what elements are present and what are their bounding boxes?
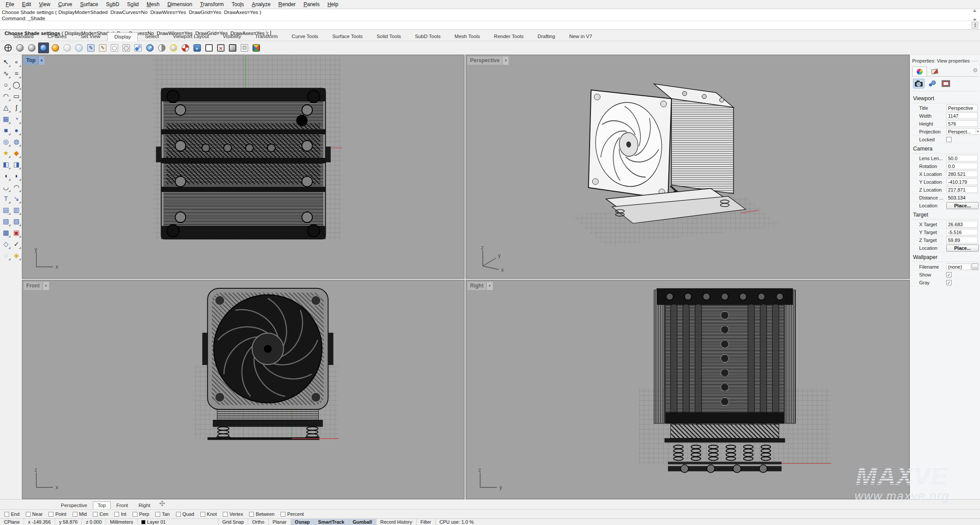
osnap-int[interactable]: Int (114, 511, 126, 517)
gem-tool-button[interactable]: ◈ (11, 250, 21, 261)
viewport-label-perspective[interactable]: Perspective ▾ (467, 56, 509, 65)
pen-alt-display-button[interactable] (121, 42, 132, 53)
trim-tool-button[interactable]: ◧ (1, 159, 11, 170)
ellipse-tool-button[interactable]: ◯ (11, 79, 21, 90)
menu-file[interactable]: File (2, 1, 18, 7)
viewport-tab-top[interactable]: Top (93, 501, 111, 509)
status-planar[interactable]: Planar (268, 519, 291, 525)
viewport-properties-button[interactable] (204, 42, 214, 53)
shaded-display-button[interactable] (14, 42, 25, 53)
scroll-up-icon[interactable] (973, 10, 976, 12)
block-tool-button[interactable]: ▤ (1, 204, 11, 215)
viewport-label-right[interactable]: Right ▾ (467, 282, 493, 290)
boolean-union-tool-button[interactable]: ◖ (1, 170, 11, 181)
menu-surface[interactable]: Surface (76, 1, 102, 7)
osnap-percent[interactable]: Percent (281, 511, 304, 517)
osnap-end[interactable]: End (4, 511, 20, 517)
status-record-history[interactable]: Record History (376, 519, 416, 525)
command-prompt-options[interactable]: ( DisplayMode=Shaded DrawCurves=No DrawW… (60, 31, 269, 36)
point-tool-button[interactable]: ∘ (11, 56, 21, 67)
osnap-knot-checkbox[interactable] (200, 512, 205, 517)
osnap-quad[interactable]: Quad (176, 511, 194, 517)
align-tool-button[interactable]: ▥ (11, 204, 21, 215)
osnap-between[interactable]: Between (249, 511, 274, 517)
camera-x-location-field[interactable]: 280.521 (946, 171, 978, 177)
tab-drafting[interactable]: Drafting (530, 32, 562, 41)
viewport-rect-button[interactable] (940, 79, 952, 88)
osnap-tan-checkbox[interactable] (155, 512, 160, 517)
tab-solid-tools[interactable]: Solid Tools (370, 32, 408, 41)
xray-display-button[interactable] (74, 42, 84, 53)
viewport-label-front[interactable]: Front ▾ (24, 282, 49, 290)
blend-curve-tool-button[interactable]: ◡ (1, 182, 11, 192)
viewport-projection-dropdown[interactable]: Perspect...▾ (946, 128, 980, 135)
osnap-point-checkbox[interactable] (49, 512, 53, 517)
tab-material[interactable] (927, 66, 942, 76)
status-ortho[interactable]: Ortho (248, 519, 268, 525)
render-preview-button[interactable] (156, 42, 167, 53)
menu-curve[interactable]: Curve (54, 1, 76, 7)
boolean-difference-tool-button[interactable]: ◗ (11, 170, 21, 181)
block-display-button[interactable] (251, 42, 262, 53)
tab-mesh-tools[interactable]: Mesh Tools (448, 32, 487, 41)
tab-new-in-v7[interactable]: New in V7 (562, 32, 599, 41)
camera-location-button[interactable]: Place... (946, 202, 979, 209)
gear-icon[interactable]: ⚙ (973, 67, 978, 74)
ghosted-objects-button[interactable]: ⊡ (239, 42, 250, 53)
viewport-title-field[interactable]: Perspective (946, 105, 978, 111)
monitor-display-button[interactable] (227, 42, 238, 53)
viewport-menu-arrow-icon[interactable]: ▾ (38, 56, 45, 65)
viewport-tab-perspective[interactable]: Perspective (56, 501, 92, 509)
camera-y-location-field[interactable]: -410.179 (946, 178, 978, 185)
wallpaper-show-checkbox[interactable]: ✓ (946, 272, 952, 277)
right-viewport-canvas[interactable] (466, 280, 909, 499)
menu-transform[interactable]: Transform (196, 1, 228, 7)
leader-tool-button[interactable]: ↘ (11, 193, 21, 204)
osnap-tan[interactable]: Tan (155, 511, 170, 517)
menu-view[interactable]: View (35, 1, 54, 7)
cycle-display-mode-button[interactable] (133, 42, 144, 53)
osnap-cen[interactable]: Cen (93, 511, 108, 517)
raytraced-display-button[interactable] (50, 42, 61, 53)
status-cpu-use[interactable]: CPU use: 1.0 % (435, 519, 478, 525)
pan-viewports-icon[interactable] (159, 500, 165, 508)
flat-shade-button[interactable] (180, 42, 191, 53)
viewport-tab-front[interactable]: Front (112, 501, 133, 509)
tab-subd-tools[interactable]: SubD Tools (408, 32, 448, 41)
command-spinner[interactable] (972, 22, 978, 28)
top-viewport-canvas[interactable] (22, 55, 464, 278)
camera-z-location-field[interactable]: 217.871 (946, 186, 978, 193)
osnap-quad-checkbox[interactable] (176, 512, 181, 517)
boolean-solid-tool-button[interactable]: ◍ (11, 136, 21, 147)
viewport-locked-checkbox[interactable] (946, 137, 952, 142)
wallpaper-filename-browse-button[interactable]: ... (972, 263, 978, 270)
render-scene-button[interactable]: ↗ (144, 42, 155, 53)
viewport-front[interactable]: Front ▾ z x (22, 280, 464, 499)
menu-edit[interactable]: Edit (18, 1, 35, 7)
split-tool-button[interactable]: ◨ (11, 159, 21, 170)
pen-display-button[interactable] (109, 42, 120, 53)
osnap-vertex-checkbox[interactable] (223, 512, 228, 517)
spinner-down-icon[interactable] (973, 26, 976, 28)
status-filter[interactable]: Filter (416, 519, 435, 525)
status-grid-snap[interactable]: Grid Snap (218, 519, 248, 525)
status-osnap[interactable]: Osnap (291, 519, 314, 525)
tab-view-properties[interactable] (912, 66, 927, 76)
tab-render-tools[interactable]: Render Tools (487, 32, 531, 41)
target-location-button[interactable]: Place... (946, 245, 979, 252)
pointer-tool-button[interactable]: ↖ (1, 56, 11, 67)
tab-display[interactable]: Display (107, 32, 138, 41)
technical-display-button[interactable]: ✎ (85, 42, 96, 53)
viewport-label-top[interactable]: Top ▾ (24, 56, 45, 65)
target-z-target-field[interactable]: 59.89 (946, 237, 978, 243)
text-tool-button[interactable]: T (1, 193, 11, 204)
camera-rotation-field[interactable]: 0.0 (946, 163, 978, 169)
menu-help[interactable]: Help (323, 1, 342, 7)
camera-properties-button[interactable] (913, 79, 924, 88)
sphere-tool-button[interactable]: ● (11, 125, 21, 136)
viewport-menu-arrow-icon[interactable]: ▾ (502, 56, 509, 65)
polygon-tool-button[interactable]: △ (1, 102, 11, 113)
viewport-top[interactable]: Top ▾ y x (22, 55, 464, 279)
arc-tool-button[interactable]: ◠ (1, 91, 11, 102)
status-cplane[interactable]: CPlane (0, 519, 24, 525)
